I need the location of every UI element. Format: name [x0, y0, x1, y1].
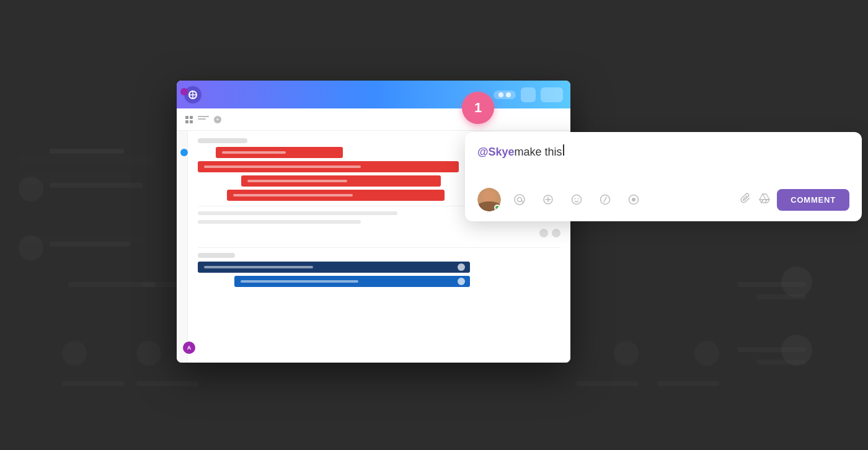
comment-toolbar: COMMENT: [477, 188, 849, 211]
svg-point-8: [578, 198, 579, 200]
svg-point-11: [632, 198, 636, 201]
drive-button[interactable]: [758, 192, 771, 207]
task-bar: [227, 190, 445, 201]
grid-icon: [185, 116, 193, 123]
comment-text-area[interactable]: @Skye make this: [477, 144, 849, 175]
notification-badge: 1: [462, 92, 494, 124]
app-logo: [184, 86, 202, 104]
add-icon: +: [214, 116, 221, 123]
app-toolbar: +: [177, 108, 570, 131]
task-section-blue: [198, 253, 560, 287]
list-icon: [198, 116, 209, 123]
task-bar: [241, 175, 441, 187]
task-bar: [198, 161, 459, 172]
svg-point-6: [572, 195, 582, 205]
comment-text-content: make this: [515, 144, 562, 160]
section-divider: [198, 247, 560, 248]
attachment-button[interactable]: [740, 192, 752, 208]
svg-point-7: [575, 198, 576, 200]
task-section-label: [198, 253, 235, 258]
task-bar: [216, 147, 343, 158]
app-screenshot-card: +: [177, 81, 570, 363]
app-header: [177, 81, 570, 108]
svg-point-3: [515, 195, 525, 205]
svg-point-4: [518, 198, 522, 202]
record-button[interactable]: [624, 190, 644, 210]
text-cursor: [563, 144, 564, 156]
bottom-user-avatar: A: [183, 342, 195, 354]
assign-button[interactable]: [538, 190, 558, 210]
action-icons-row: [198, 229, 560, 237]
placeholder-line: [198, 211, 397, 215]
comment-toolbar-right: COMMENT: [740, 189, 849, 211]
user-avatar: [477, 188, 501, 211]
task-bar-blue-1: [198, 262, 470, 273]
header-right-icons: [494, 87, 563, 102]
slash-button[interactable]: [595, 190, 615, 210]
mention-tag: @Skye: [477, 144, 515, 160]
task-bar-blue-2: [234, 276, 470, 287]
placeholder-line: [198, 220, 361, 224]
emoji-button[interactable]: [567, 190, 587, 210]
notification-pill: [494, 90, 516, 99]
sidebar-dot-blue: [180, 149, 188, 156]
task-section-label: [198, 138, 247, 143]
app-sidebar: [177, 131, 188, 363]
comment-toolbar-left: [477, 188, 644, 211]
comment-button[interactable]: COMMENT: [777, 189, 849, 211]
comment-popup[interactable]: @Skye make this: [465, 132, 862, 221]
mention-button[interactable]: [510, 190, 529, 210]
sidebar-dot-purple: [180, 88, 188, 95]
online-indicator: [494, 205, 500, 211]
